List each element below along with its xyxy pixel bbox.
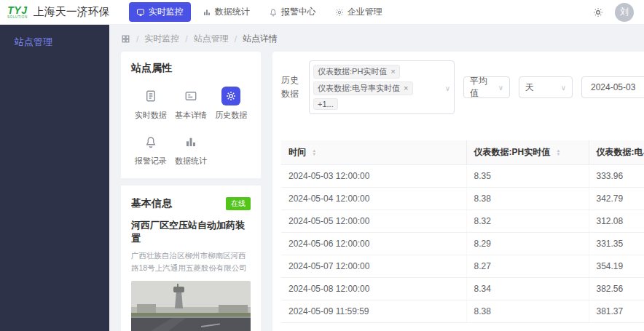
metric-tag: 仪表数据:电导率实时值 × bbox=[313, 81, 413, 95]
tab-label: 数据统计 bbox=[175, 156, 207, 167]
cell-time: 2024-05-09 11:59:59 bbox=[281, 300, 466, 323]
site-photo bbox=[131, 281, 251, 331]
cell-time: 2024-05-03 12:00:00 bbox=[281, 165, 466, 188]
metric-multiselect[interactable]: 仪表数据:PH实时值 × 仪表数据:电导率实时值 × +1... ∨ bbox=[309, 60, 455, 114]
date-range-picker[interactable]: 2024-05-03 → 2024-05-09 bbox=[581, 76, 644, 98]
bar-chart-icon bbox=[203, 8, 211, 17]
topbar-right: 刘 bbox=[593, 3, 634, 22]
aggregate-value: 平均值 bbox=[470, 75, 492, 100]
site-tabs: 实时数据 基本详情 历史数据 bbox=[131, 87, 251, 167]
col-label: 仪表数据:PH实时值 bbox=[474, 147, 551, 157]
cell-ph: 8.35 bbox=[466, 165, 589, 188]
site-attributes-title: 站点属性 bbox=[131, 62, 251, 75]
nav-item-data-statistics[interactable]: 数据统计 bbox=[195, 2, 257, 22]
chevron-down-icon: ∨ bbox=[561, 84, 566, 92]
sidebar: 站点管理 bbox=[0, 25, 109, 331]
cell-ph: 8.38 bbox=[466, 300, 589, 323]
nav-label: 数据统计 bbox=[215, 6, 250, 18]
close-icon[interactable]: × bbox=[390, 68, 395, 76]
topbar: TYJ SOLUTION 上海天一济环保 实时监控 数据统计 报警中心 bbox=[0, 0, 644, 25]
main-nav: 实时监控 数据统计 报警中心 企业管理 bbox=[129, 2, 390, 22]
nav-item-enterprise-management[interactable]: 企业管理 bbox=[328, 2, 390, 22]
site-address: 广西壮族自治区柳州市柳南区河西路18号上汽通用五菱股份有限公司 bbox=[131, 250, 251, 274]
cell-conductivity: 382.56 bbox=[589, 278, 644, 300]
table-header-row: 时间 ▲▼ 仪表数据:PH实时值 ▲▼ 仪表数据:电导率实时值 ▲▼ 仪表数 bbox=[281, 140, 644, 165]
cell-time: 2024-05-05 12:00:00 bbox=[281, 210, 466, 233]
cell-time: 2024-05-04 12:00:00 bbox=[281, 188, 466, 210]
breadcrumb-realtime-monitor[interactable]: 实时监控 bbox=[144, 33, 179, 45]
gear-icon bbox=[221, 87, 240, 105]
grid-icon[interactable] bbox=[121, 34, 130, 44]
user-avatar[interactable]: 刘 bbox=[615, 3, 634, 22]
document-icon bbox=[141, 87, 160, 105]
tab-data-statistics[interactable]: 数据统计 bbox=[171, 132, 210, 167]
nav-item-alarm-center[interactable]: 报警中心 bbox=[262, 2, 323, 22]
site-name: 河西厂区空压站自动加药装置 bbox=[131, 219, 251, 245]
history-data-table: 时间 ▲▼ 仪表数据:PH实时值 ▲▼ 仪表数据:电导率实时值 ▲▼ 仪表数 bbox=[281, 140, 644, 323]
tab-realtime-data[interactable]: 实时数据 bbox=[131, 87, 170, 121]
aggregate-select[interactable]: 平均值 ∨ bbox=[463, 76, 510, 98]
nav-label: 实时监控 bbox=[149, 6, 184, 18]
sidebar-item-site-management[interactable]: 站点管理 bbox=[0, 25, 109, 60]
cell-conductivity: 381.37 bbox=[589, 300, 644, 323]
interval-value: 天 bbox=[525, 81, 534, 94]
table-row: 2024-05-06 12:00:00 8.29 331.35 5.48 bbox=[281, 233, 644, 255]
breadcrumb-separator: / bbox=[235, 34, 237, 44]
logo-text: TYJ bbox=[7, 5, 27, 15]
cell-conductivity: 312.08 bbox=[589, 210, 644, 233]
nav-label: 企业管理 bbox=[347, 6, 382, 18]
cell-ph: 8.32 bbox=[466, 210, 589, 233]
breadcrumb-site-management[interactable]: 站点管理 bbox=[194, 33, 229, 45]
company-logo: TYJ SOLUTION bbox=[7, 5, 28, 20]
tab-alarm-records[interactable]: 报警记录 bbox=[131, 132, 170, 167]
cell-ph: 8.34 bbox=[466, 278, 589, 300]
col-header-time[interactable]: 时间 ▲▼ bbox=[281, 140, 466, 165]
tab-label: 报警记录 bbox=[135, 156, 167, 167]
sort-icons[interactable]: ▲▼ bbox=[312, 149, 316, 156]
col-header-conductivity[interactable]: 仪表数据:电导率实时值 ▲▼ bbox=[589, 140, 644, 165]
basic-info-title: 基本信息 bbox=[131, 197, 172, 210]
tag-label: 仪表数据:电导率实时值 bbox=[318, 83, 400, 94]
chevron-down-icon: ∨ bbox=[445, 84, 450, 92]
table-row: 2024-05-07 12:00:00 8.27 354.19 13.69 bbox=[281, 255, 644, 278]
cell-conductivity: 331.35 bbox=[589, 233, 644, 255]
tag-label: 仪表数据:PH实时值 bbox=[318, 66, 387, 77]
cell-ph: 8.29 bbox=[466, 233, 589, 255]
history-data-label: 历史数据 bbox=[281, 73, 300, 101]
table-row: 2024-05-05 12:00:00 8.32 312.08 0.00 bbox=[281, 210, 644, 233]
col-label: 时间 bbox=[288, 147, 306, 157]
gear-icon bbox=[335, 8, 344, 17]
sort-desc-icon[interactable]: ▼ bbox=[312, 153, 316, 156]
more-tags-badge[interactable]: +1... bbox=[313, 98, 338, 110]
interval-select[interactable]: 天 ∨ bbox=[519, 76, 573, 98]
monitor-icon bbox=[136, 8, 145, 17]
sort-desc-icon[interactable]: ▼ bbox=[557, 153, 561, 156]
logo-subtext: SOLUTION bbox=[7, 16, 28, 20]
sort-icons[interactable]: ▲▼ bbox=[557, 149, 561, 156]
col-label: 仪表数据:电导率实时值 bbox=[597, 147, 644, 157]
cell-time: 2024-05-07 12:00:00 bbox=[281, 255, 466, 278]
main-content: / 实时监控 / 站点管理 / 站点详情 站点属性 实时数据 bbox=[109, 25, 644, 331]
status-badge: 在线 bbox=[226, 197, 251, 210]
breadcrumb: / 实时监控 / 站点管理 / 站点详情 bbox=[109, 25, 644, 52]
tab-basic-detail[interactable]: 基本详情 bbox=[171, 87, 210, 121]
filters-row: 历史数据 仪表数据:PH实时值 × 仪表数据:电导率实时值 × +1... ∨ bbox=[281, 60, 644, 114]
history-data-panel: 历史数据 仪表数据:PH实时值 × 仪表数据:电导率实时值 × +1... ∨ bbox=[272, 52, 644, 331]
table-row: 2024-05-03 12:00:00 8.35 333.96 0.00 bbox=[281, 165, 644, 188]
tab-label: 基本详情 bbox=[175, 110, 207, 121]
cell-conductivity: 333.96 bbox=[589, 165, 644, 188]
tab-label: 历史数据 bbox=[215, 110, 247, 121]
tab-history-data[interactable]: 历史数据 bbox=[212, 87, 251, 121]
breadcrumb-separator: / bbox=[136, 34, 138, 44]
theme-toggle-icon[interactable] bbox=[593, 7, 603, 17]
nav-item-realtime-monitor[interactable]: 实时监控 bbox=[129, 2, 191, 22]
table-row: 2024-05-08 12:00:00 8.34 382.56 12.84 bbox=[281, 278, 644, 300]
tab-label: 实时数据 bbox=[135, 110, 167, 121]
close-icon[interactable]: × bbox=[404, 84, 408, 92]
date-start: 2024-05-03 bbox=[591, 82, 635, 92]
cell-time: 2024-05-08 12:00:00 bbox=[281, 278, 466, 300]
metric-tag: 仪表数据:PH实时值 × bbox=[313, 65, 400, 79]
panel-divider bbox=[121, 178, 261, 186]
breadcrumb-separator: / bbox=[185, 34, 187, 44]
col-header-ph[interactable]: 仪表数据:PH实时值 ▲▼ bbox=[466, 140, 589, 165]
